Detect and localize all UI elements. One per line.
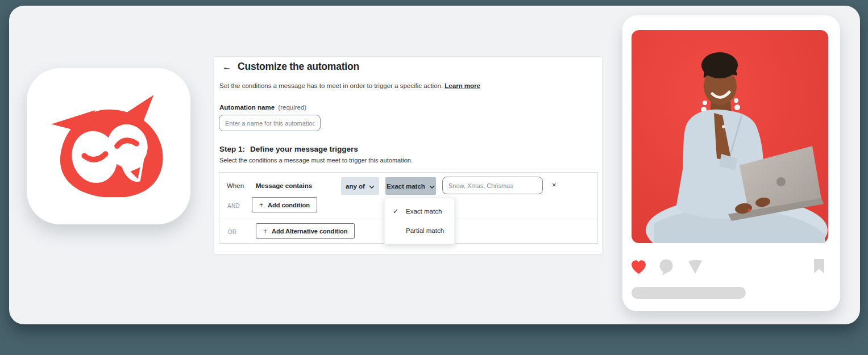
post-action-bar	[622, 258, 840, 275]
match-type-dropdown[interactable]: Exact match	[385, 177, 436, 195]
and-label: AND	[227, 203, 240, 209]
required-note: (required)	[278, 104, 306, 111]
social-post-card	[622, 15, 840, 311]
learn-more-link[interactable]: Learn more	[445, 82, 480, 89]
page-title: Customize the automation	[238, 61, 359, 73]
automation-name-label: Automation name (required)	[219, 104, 306, 111]
match-type-value: Exact match	[387, 183, 425, 190]
menu-item-partial-match[interactable]: Partial match	[385, 221, 454, 240]
step1-heading: Step 1:Define your message triggers	[219, 145, 358, 153]
quantifier-value: any of	[346, 183, 365, 190]
comment-icon[interactable]	[658, 258, 675, 278]
menu-item-label: Partial match	[406, 227, 444, 234]
post-photo	[632, 30, 828, 243]
menu-item-exact-match[interactable]: ✓ Exact match	[385, 202, 454, 221]
quantifier-dropdown[interactable]: any of	[341, 177, 379, 195]
add-condition-label: Add condition	[268, 202, 310, 208]
condition-field-label: Message contains	[256, 182, 312, 189]
chevron-down-icon	[429, 183, 435, 190]
panel-description: Set the conditions a message has to meet…	[219, 82, 480, 89]
when-label: When	[227, 182, 244, 189]
bookmark-icon[interactable]	[813, 258, 825, 276]
check-icon: ✓	[393, 207, 401, 215]
remove-condition-icon[interactable]: ×	[552, 181, 556, 189]
back-arrow-icon[interactable]: ←	[222, 62, 231, 72]
step1-description: Select the conditions a message must mee…	[219, 157, 413, 164]
plus-icon: +	[263, 227, 267, 235]
step1-title: Define your message triggers	[250, 145, 358, 153]
step1-prefix: Step 1:	[219, 145, 245, 153]
brand-logo-card	[27, 68, 190, 224]
panel-header: ← Customize the automation	[222, 61, 359, 73]
hootsuite-owl-icon	[48, 94, 169, 199]
add-condition-button[interactable]: + Add condition	[252, 197, 317, 212]
chevron-down-icon	[369, 183, 375, 190]
share-icon[interactable]	[686, 258, 704, 277]
caption-skeleton-bar	[632, 287, 746, 299]
add-alternative-condition-button[interactable]: + Add Alternative condition	[256, 223, 355, 239]
keywords-input[interactable]	[442, 177, 543, 194]
match-type-menu: ✓ Exact match Partial match	[384, 198, 455, 244]
like-heart-icon[interactable]	[630, 258, 647, 277]
add-alternative-label: Add Alternative condition	[272, 228, 347, 235]
menu-item-label: Exact match	[406, 208, 442, 215]
label-text: Automation name	[219, 104, 275, 111]
automation-panel: ← Customize the automation Set the condi…	[214, 56, 603, 254]
description-text: Set the conditions a message has to meet…	[219, 82, 443, 89]
automation-name-input[interactable]	[219, 115, 321, 131]
marketing-scene: { "scene": { "background_color": "#48626…	[0, 0, 868, 355]
or-label: OR	[228, 229, 237, 235]
plus-icon: +	[259, 201, 263, 209]
